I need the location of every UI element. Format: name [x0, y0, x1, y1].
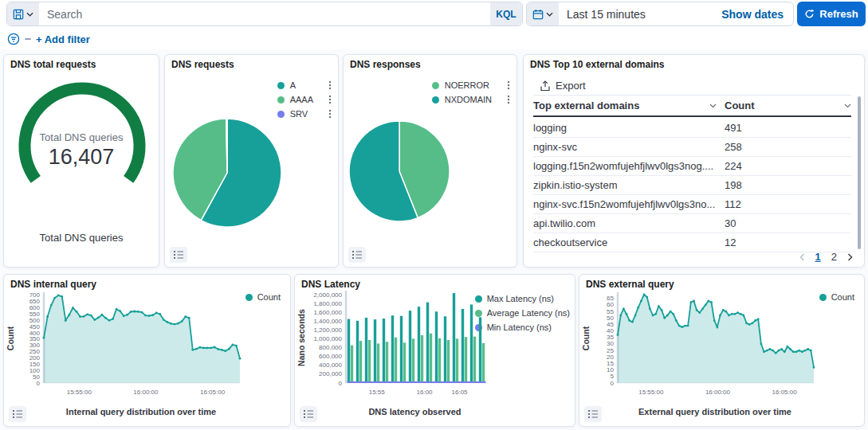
- svg-text:15: 15: [607, 360, 614, 367]
- table-header-row: Top external domains Count: [533, 95, 851, 117]
- filter-separator: [25, 38, 31, 40]
- domain-cell: checkoutservice: [533, 236, 725, 248]
- export-button[interactable]: Export: [535, 79, 591, 92]
- panel-inspect-button[interactable]: [300, 406, 317, 422]
- svg-text:Count: Count: [6, 326, 15, 350]
- filter-bar: + Add filter: [7, 33, 90, 45]
- search-bar: KQL: [6, 2, 523, 26]
- chevron-down-icon: [844, 104, 851, 108]
- svg-text:600: 600: [29, 304, 41, 311]
- refresh-button[interactable]: Refresh: [797, 2, 866, 26]
- export-icon: [540, 80, 551, 92]
- previous-page-icon[interactable]: [799, 253, 805, 261]
- column-header-count[interactable]: Count: [725, 100, 851, 111]
- pie-chart[interactable]: [165, 55, 339, 267]
- saved-query-menu-button[interactable]: [7, 2, 39, 25]
- page-1-button[interactable]: 1: [815, 251, 821, 263]
- table-row: logging491: [533, 119, 851, 138]
- svg-text:250: 250: [29, 348, 41, 355]
- panel-dns-internal-query: DNS internal query Count 050100150200250…: [3, 274, 291, 427]
- domain-cell: logging: [533, 122, 725, 134]
- svg-text:Nano seconds: Nano seconds: [297, 309, 306, 366]
- svg-text:200,000: 200,000: [319, 370, 342, 377]
- area-chart[interactable]: 0501001502002503003504004505005506006507…: [4, 287, 291, 407]
- area-chart[interactable]: 0510152025303540455055606515:55:0016:00:…: [579, 287, 865, 407]
- export-label: Export: [556, 80, 586, 92]
- page-2-button[interactable]: 2: [831, 251, 837, 263]
- add-filter-button[interactable]: + Add filter: [36, 33, 90, 45]
- domain-cell: nginx-svc.f15n2womfujehfjlwv0lgs3no...: [533, 198, 725, 210]
- count-cell: 112: [725, 198, 851, 210]
- table-row: nginx-svc258: [533, 138, 851, 157]
- svg-text:350: 350: [29, 335, 41, 342]
- svg-text:100: 100: [29, 367, 41, 374]
- panel-dns-top-external-domains: DNS Top 10 external domains Export Top e…: [523, 54, 865, 268]
- svg-text:200: 200: [29, 354, 41, 362]
- column-header-domains[interactable]: Top external domains: [533, 100, 725, 111]
- table-row: checkoutservice12: [533, 233, 851, 252]
- panel-title: DNS Top 10 external domains: [524, 55, 864, 74]
- svg-text:150: 150: [29, 361, 41, 368]
- refresh-icon: [804, 9, 815, 19]
- panel-dns-requests: DNS requests AAAAASRV: [164, 54, 339, 268]
- count-cell: 30: [725, 217, 851, 229]
- svg-text:400: 400: [29, 330, 41, 337]
- panel-inspect-button[interactable]: [348, 247, 366, 263]
- svg-text:1,400,000: 1,400,000: [313, 318, 342, 325]
- chart-subtitle: DNS latency observed: [327, 407, 503, 416]
- panel-dns-latency: DNS Latency Max Latency (ns)Average Late…: [294, 274, 575, 427]
- gauge-bottom-label: Total DNS queries: [4, 232, 159, 244]
- count-cell: 198: [725, 179, 851, 191]
- panel-dns-total-requests: DNS total requests Total DNS queries 16,…: [3, 54, 159, 268]
- svg-text:35: 35: [607, 334, 614, 341]
- table-row: logging.f15n2womfujehfjlwv0lgs3nog....22…: [533, 157, 851, 176]
- svg-text:16:05: 16:05: [452, 389, 469, 396]
- column-label: Count: [725, 100, 755, 111]
- svg-text:400,000: 400,000: [319, 362, 342, 369]
- gauge-center: Total DNS queries 16,407: [4, 131, 159, 170]
- svg-text:16:05:00: 16:05:00: [200, 389, 226, 396]
- list-icon: [352, 250, 363, 260]
- pagination: 12: [799, 251, 853, 263]
- table-row: zipkin.istio-system198: [533, 176, 851, 195]
- svg-text:16:00:00: 16:00:00: [705, 389, 731, 396]
- svg-text:Count: Count: [581, 326, 591, 350]
- svg-text:800,000: 800,000: [319, 344, 342, 351]
- search-input[interactable]: [39, 8, 490, 21]
- next-page-icon[interactable]: [847, 253, 853, 261]
- panel-inspect-button[interactable]: [170, 247, 187, 263]
- kibana-dns-dashboard: KQL Last 15 minutes Show dates: [0, 0, 868, 430]
- filter-icon[interactable]: [7, 33, 20, 45]
- svg-text:15:55:00: 15:55:00: [638, 389, 664, 396]
- svg-text:700: 700: [29, 291, 41, 299]
- pie-chart[interactable]: [344, 55, 517, 267]
- svg-text:15:55: 15:55: [369, 389, 386, 396]
- count-cell: 491: [725, 122, 851, 134]
- svg-text:300: 300: [29, 342, 41, 349]
- chevron-down-icon: [709, 104, 717, 108]
- bar-chart[interactable]: 0200,000400,000600,000800,0001,000,0001,…: [295, 287, 575, 407]
- table-row: nginx-svc.f15n2womfujehfjlwv0lgs3no...11…: [533, 195, 851, 214]
- panel-dns-external-query: DNS external query Count 051015202530354…: [579, 274, 865, 427]
- list-icon: [588, 409, 599, 419]
- svg-text:15:55:00: 15:55:00: [67, 389, 92, 396]
- svg-text:45: 45: [607, 321, 614, 328]
- svg-text:500: 500: [29, 317, 41, 324]
- query-language-button[interactable]: KQL: [490, 2, 522, 25]
- panel-inspect-button[interactable]: [584, 406, 602, 422]
- time-range-value[interactable]: Last 15 minutes: [559, 8, 712, 21]
- svg-text:1,600,000: 1,600,000: [313, 309, 342, 316]
- top-bar: KQL Last 15 minutes Show dates: [0, 0, 868, 49]
- gauge-value: 16,407: [4, 145, 159, 170]
- count-cell: 224: [725, 160, 851, 172]
- date-picker-menu-button[interactable]: [527, 2, 559, 25]
- chevron-down-icon: [26, 12, 33, 17]
- panel-inspect-button[interactable]: [9, 406, 26, 422]
- svg-text:600,000: 600,000: [319, 353, 342, 360]
- gauge-center-label: Total DNS queries: [4, 131, 159, 143]
- table-scrollbar[interactable]: [858, 96, 861, 249]
- svg-text:16:05:00: 16:05:00: [772, 389, 798, 396]
- svg-text:16:00: 16:00: [417, 389, 434, 396]
- show-dates-button[interactable]: Show dates: [712, 8, 793, 21]
- svg-text:50: 50: [607, 315, 614, 322]
